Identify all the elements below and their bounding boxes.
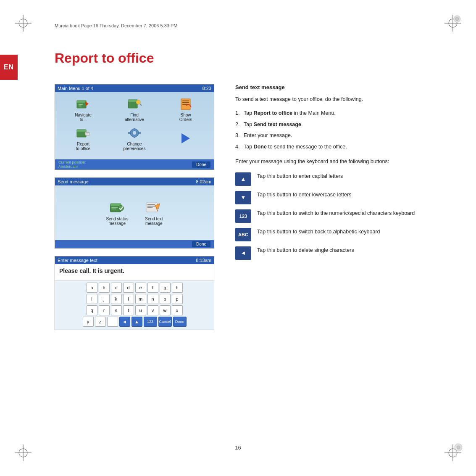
key-j[interactable]: j	[99, 294, 110, 304]
btn-back-desc: Tap this button to delete single charact…	[257, 246, 354, 254]
key-p[interactable]: p	[172, 294, 183, 304]
screen2-header-title: Send message	[58, 179, 88, 184]
key-v[interactable]: v	[147, 305, 158, 315]
key-k[interactable]: k	[111, 294, 122, 304]
key-space[interactable]	[107, 317, 118, 327]
screen1-done-button[interactable]: Done	[192, 161, 210, 168]
key-l[interactable]: l	[123, 294, 134, 304]
key-x[interactable]: x	[172, 305, 183, 315]
screen1-main-menu: Main Menu 1 of 4 8:23 Navi	[55, 84, 214, 170]
key-g[interactable]: g	[160, 283, 171, 293]
screen2-send-message: Send message 8:02am Send statusmessage	[55, 177, 214, 249]
key-w[interactable]: w	[160, 305, 171, 315]
svg-rect-17	[77, 100, 86, 103]
btn-desc-row-up: ▲ Tap this button to enter capital lette…	[235, 172, 437, 186]
btn-desc-row-abc: ABC Tap this button to switch back to al…	[235, 228, 437, 241]
key-cancel[interactable]: Cancel	[158, 317, 172, 327]
svg-point-23	[136, 100, 140, 104]
svg-rect-36	[134, 128, 135, 130]
svg-rect-41	[110, 204, 121, 206]
key-y[interactable]: y	[83, 317, 94, 327]
menu-item-report[interactable]: Reportto office	[59, 125, 107, 151]
btn-down-icon: ▼	[235, 191, 251, 204]
svg-rect-33	[86, 134, 88, 134]
key-c[interactable]: c	[111, 283, 122, 293]
page-number: 16	[235, 444, 241, 451]
key-q[interactable]: q	[87, 305, 97, 315]
screen2-done-button[interactable]: Done	[192, 241, 210, 247]
svg-marker-18	[85, 101, 89, 106]
step-2-bold: Send text message	[254, 122, 301, 127]
corner-mark-tl	[13, 13, 34, 34]
send-text-icon	[145, 200, 162, 215]
btn-back-icon: ◄	[235, 246, 251, 260]
key-d[interactable]: d	[123, 283, 134, 293]
screen3-keyboard: Enter message text 8:13am Please call. I…	[55, 256, 214, 330]
en-language-tab: EN	[0, 55, 18, 80]
key-done[interactable]: Done	[173, 317, 187, 327]
key-h[interactable]: h	[172, 283, 183, 293]
preferences-icon	[126, 125, 143, 140]
btn-down-desc: Tap this button to enter lowercase lette…	[257, 191, 351, 199]
send-text-item[interactable]: Send textmessage	[145, 200, 163, 226]
svg-line-24	[140, 104, 142, 106]
svg-rect-30	[77, 130, 86, 132]
svg-rect-26	[182, 100, 189, 101]
menu-item-navigate[interactable]: Navigateto...	[59, 96, 107, 122]
btn-up-desc: Tap this button to enter capital letters	[257, 172, 343, 180]
svg-rect-22	[128, 100, 137, 102]
screen1-header-title: Main Menu 1 of 4	[58, 86, 93, 91]
btn-up-icon: ▲	[235, 172, 251, 186]
menu-item-preferences[interactable]: Changepreferences	[110, 125, 158, 151]
svg-rect-43	[111, 208, 116, 209]
step-2-num: 2.	[235, 121, 239, 129]
key-backspace[interactable]: ◄	[119, 317, 130, 327]
key-a[interactable]: a	[87, 283, 97, 293]
key-f[interactable]: f	[147, 283, 158, 293]
intro-text: To send a text message to your office, d…	[235, 95, 437, 103]
device-screenshots: Main Menu 1 of 4 8:23 Navi	[55, 84, 214, 338]
key-i[interactable]: i	[87, 294, 97, 304]
btn-123-icon: 123	[235, 209, 251, 223]
screen1-position: Current position:Amsterdam	[58, 160, 86, 169]
screen2-body: Send statusmessage Send textmessage	[55, 185, 214, 240]
key-m[interactable]: m	[135, 294, 146, 304]
svg-rect-32	[86, 132, 89, 133]
key-e[interactable]: e	[135, 283, 146, 293]
svg-rect-48	[147, 207, 153, 208]
keyboard-row-2: i j k l m n o p	[58, 294, 211, 304]
play-icon	[181, 133, 190, 143]
btn-desc-row-back: ◄ Tap this button to delete single chara…	[235, 246, 437, 260]
key-b[interactable]: b	[99, 283, 110, 293]
key-123[interactable]: 123	[144, 317, 157, 327]
step-2: 2. Tap Send text message.	[235, 121, 437, 129]
screen2-footer: Done	[55, 240, 214, 248]
screen1-body: Navigateto... Findalternative	[55, 92, 214, 159]
menu-item-find[interactable]: Findalternative	[110, 96, 158, 122]
screen3-header-title: Enter message text	[58, 258, 97, 263]
key-z[interactable]: z	[95, 317, 106, 327]
key-s[interactable]: s	[111, 305, 122, 315]
screen3-header-time: 8:13am	[196, 258, 211, 263]
key-uppercase[interactable]: ▲	[131, 317, 142, 327]
key-n[interactable]: n	[147, 294, 158, 304]
key-u[interactable]: u	[135, 305, 146, 315]
svg-rect-39	[139, 132, 141, 134]
step-1-bold: Report to office	[254, 110, 292, 116]
menu-item-play[interactable]	[162, 125, 210, 151]
keyboard-rows: a b c d e f g h i j k l m n o	[55, 281, 214, 330]
step-4: 4. Tap Done to send the message to the o…	[235, 143, 437, 151]
svg-rect-19	[79, 104, 83, 105]
key-o[interactable]: o	[160, 294, 171, 304]
screen1-header-time: 8:23	[202, 86, 211, 91]
key-t[interactable]: t	[123, 305, 134, 315]
screen3-header: Enter message text 8:13am	[55, 257, 214, 264]
svg-rect-27	[182, 102, 189, 103]
step-4-num: 4.	[235, 143, 239, 151]
key-r[interactable]: r	[99, 305, 110, 315]
btn-123-desc: Tap this button to switch to the numeric…	[257, 209, 415, 217]
menu-item-orders[interactable]: ShowOrders	[162, 96, 210, 122]
send-status-item[interactable]: Send statusmessage	[106, 200, 128, 226]
button-descriptions: ▲ Tap this button to enter capital lette…	[235, 172, 437, 260]
step-3: 3. Enter your message.	[235, 132, 437, 140]
